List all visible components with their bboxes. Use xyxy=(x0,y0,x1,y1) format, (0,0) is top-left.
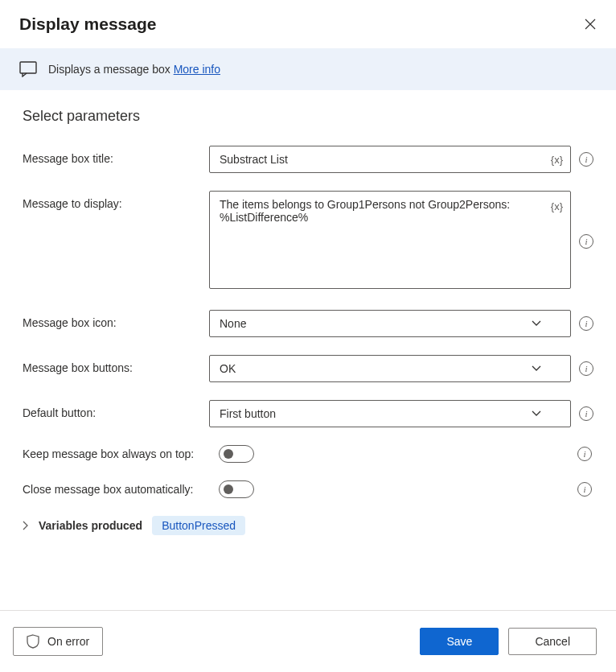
buttons-label: Message box buttons: xyxy=(23,355,209,374)
info-icon[interactable]: i xyxy=(579,234,593,249)
variable-picker-icon[interactable]: {x} xyxy=(548,199,566,214)
chevron-right-icon[interactable] xyxy=(23,521,29,530)
info-icon[interactable]: i xyxy=(577,447,592,461)
chevron-down-icon xyxy=(532,410,541,417)
chevron-down-icon xyxy=(532,365,541,372)
info-icon[interactable]: i xyxy=(579,316,593,331)
icon-label: Message box icon: xyxy=(23,310,209,329)
on-top-label: Keep message box always on top: xyxy=(23,447,219,460)
dialog-title: Display message xyxy=(19,14,156,34)
auto-close-toggle[interactable] xyxy=(219,480,254,498)
icon-select-value: None xyxy=(220,317,246,330)
on-error-label: On error xyxy=(47,635,89,648)
svg-rect-0 xyxy=(20,62,36,73)
info-icon[interactable]: i xyxy=(579,361,593,376)
default-button-select-value: First button xyxy=(220,407,276,420)
info-icon[interactable]: i xyxy=(579,152,593,167)
info-icon[interactable]: i xyxy=(577,482,592,497)
more-info-link[interactable]: More info xyxy=(174,63,220,76)
cancel-button[interactable]: Cancel xyxy=(508,628,597,655)
save-button[interactable]: Save xyxy=(420,628,499,655)
on-error-button[interactable]: On error xyxy=(13,627,103,656)
message-label: Message to display: xyxy=(23,191,209,210)
variable-chip[interactable]: ButtonPressed xyxy=(152,516,245,535)
banner-text: Displays a message box More info xyxy=(48,63,220,76)
message-icon xyxy=(19,61,37,77)
buttons-select-value: OK xyxy=(220,362,236,375)
section-title: Select parameters xyxy=(23,108,593,125)
buttons-select[interactable]: OK xyxy=(209,355,571,382)
chevron-down-icon xyxy=(532,320,541,327)
shield-icon xyxy=(27,634,39,649)
title-input[interactable] xyxy=(209,146,571,173)
message-textarea[interactable]: The items belongs to Group1Persons not G… xyxy=(209,191,571,289)
variable-picker-icon[interactable]: {x} xyxy=(548,152,566,167)
icon-select[interactable]: None xyxy=(209,310,571,337)
default-button-select[interactable]: First button xyxy=(209,400,571,427)
variables-produced-label: Variables produced xyxy=(39,519,142,532)
default-button-label: Default button: xyxy=(23,400,209,419)
title-label: Message box title: xyxy=(23,146,209,165)
auto-close-label: Close message box automatically: xyxy=(23,483,219,496)
close-icon[interactable] xyxy=(584,18,597,31)
info-icon[interactable]: i xyxy=(579,406,593,421)
on-top-toggle[interactable] xyxy=(219,445,254,463)
